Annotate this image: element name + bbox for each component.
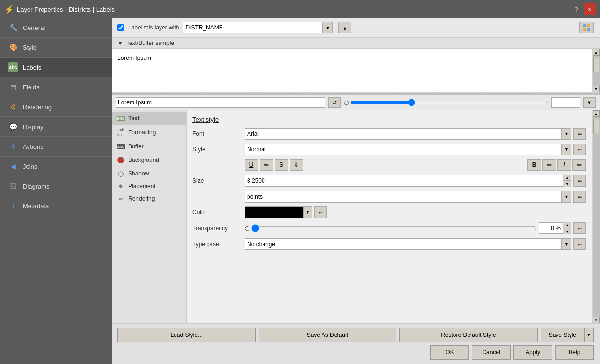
bold-copy-button[interactable]: ⇐ bbox=[542, 159, 556, 171]
left-align-button[interactable]: ⇐ bbox=[260, 159, 273, 171]
units-select-arrow[interactable]: ▼ bbox=[561, 191, 571, 202]
typecase-select-arrow[interactable]: ▼ bbox=[561, 239, 571, 249]
transparency-slider[interactable] bbox=[251, 224, 537, 232]
font-select-arrow[interactable]: ▼ bbox=[561, 129, 571, 139]
transparency-value-group: ▲ ▼ bbox=[539, 222, 571, 234]
subnav-item-placement[interactable]: ❖ Placement bbox=[112, 180, 186, 192]
label-field-arrow[interactable]: ▼ bbox=[322, 22, 332, 33]
load-style-button[interactable]: Load Style... bbox=[117, 328, 256, 342]
metadata-icon: ℹ bbox=[8, 201, 18, 211]
save-style-arrow-button[interactable]: ▼ bbox=[584, 328, 594, 342]
units-select[interactable]: points bbox=[245, 191, 561, 202]
restore-default-button[interactable]: Restore Default Style bbox=[399, 328, 538, 342]
sample-size-slider[interactable] bbox=[351, 99, 549, 106]
joins-icon: ◀ bbox=[8, 161, 18, 171]
sample-scrollbar[interactable]: ▲ ▼ bbox=[592, 49, 600, 92]
close-button[interactable]: × bbox=[584, 3, 596, 15]
apply-button[interactable]: Apply bbox=[513, 345, 552, 360]
italic-copy-button[interactable]: ⇐ bbox=[572, 159, 586, 171]
units-copy-btn[interactable]: ⇐ bbox=[573, 191, 586, 203]
size-up-arrow[interactable]: ▲ bbox=[563, 175, 571, 181]
scroll-thumb[interactable] bbox=[593, 58, 599, 72]
label-layer-checkbox[interactable] bbox=[117, 24, 124, 31]
font-copy-btn[interactable]: ⇐ bbox=[573, 128, 586, 140]
props-panel: Text style Font Arial ▼ bbox=[187, 110, 592, 323]
align-down-button[interactable]: ⇓ bbox=[290, 159, 303, 171]
size-input[interactable] bbox=[245, 175, 563, 187]
typecase-select-wrapper[interactable]: No change ▼ bbox=[245, 238, 571, 250]
bold-button[interactable]: B bbox=[527, 159, 541, 171]
epsilon-button[interactable]: ε bbox=[338, 22, 351, 33]
units-row: points ▼ ⇐ bbox=[192, 191, 586, 203]
subnav-item-buffer[interactable]: abc Buffer bbox=[112, 140, 186, 153]
font-select[interactable]: Arial bbox=[245, 129, 561, 139]
units-select-wrapper[interactable]: points ▼ bbox=[245, 191, 571, 203]
save-style-button[interactable]: Save Style bbox=[541, 328, 584, 342]
sidebar-item-rendering[interactable]: ⚙ Rendering bbox=[0, 97, 112, 117]
transparency-arrows: ▲ ▼ bbox=[563, 222, 571, 234]
color-copy-btn[interactable]: ⇐ bbox=[314, 206, 327, 218]
props-scrollbar[interactable]: ▲ ▼ bbox=[592, 110, 600, 323]
sample-text-bar: ↺ ◯ ▼ bbox=[112, 95, 600, 110]
subnav-item-shadow[interactable]: ◯ Shadow bbox=[112, 167, 186, 180]
label-field-input[interactable] bbox=[183, 22, 322, 33]
style-select-wrapper[interactable]: Normal ▼ bbox=[245, 144, 571, 155]
subnav-item-formatting[interactable]: +ab<c Formatting bbox=[112, 125, 186, 140]
help-bottom-button[interactable]: Help bbox=[555, 345, 594, 360]
scroll-down-arrow[interactable]: ▼ bbox=[593, 86, 600, 92]
lower-panel: abc Text +ab<c Formatting abc Buffer bbox=[112, 110, 600, 323]
typecase-copy-btn[interactable]: ⇐ bbox=[573, 238, 586, 250]
save-style-group: Save Style ▼ bbox=[541, 328, 594, 342]
sidebar-item-metadata[interactable]: ℹ Metadata bbox=[0, 196, 112, 216]
color-swatch[interactable]: ▼ bbox=[245, 206, 312, 218]
sidebar-item-diagrams[interactable]: 🖼 Diagrams bbox=[0, 176, 112, 196]
props-scroll-down[interactable]: ▼ bbox=[593, 317, 600, 323]
italic-button[interactable]: I bbox=[557, 159, 571, 171]
size-down-arrow[interactable]: ▼ bbox=[563, 181, 571, 187]
style-select-arrow[interactable]: ▼ bbox=[561, 144, 571, 155]
ok-button[interactable]: OK bbox=[430, 345, 469, 360]
subnav-item-rendering[interactable]: ✏ Rendering bbox=[112, 192, 186, 205]
sidebar-item-labels[interactable]: abc Labels bbox=[0, 58, 112, 77]
props-area: Text style Font Arial ▼ bbox=[187, 110, 600, 323]
sample-text-input[interactable] bbox=[116, 97, 325, 108]
sidebar-item-display[interactable]: 💬 Display bbox=[0, 117, 112, 137]
transparency-down-arrow[interactable]: ▼ bbox=[563, 228, 571, 234]
strikethrough-button[interactable]: S bbox=[275, 159, 288, 171]
subnav-item-background[interactable]: Background bbox=[112, 153, 186, 167]
sidebar-item-actions[interactable]: ⚙ Actions bbox=[0, 137, 112, 157]
save-as-default-button[interactable]: Save As Default bbox=[259, 328, 397, 342]
label-field-dropdown[interactable]: ▼ bbox=[183, 22, 333, 33]
sidebar-item-fields[interactable]: ▦ Fields bbox=[0, 77, 112, 97]
transparency-copy-btn[interactable]: ⇐ bbox=[573, 222, 586, 234]
app-icon: ⚡ bbox=[4, 5, 14, 14]
props-scroll-thumb[interactable] bbox=[593, 119, 599, 133]
color-arrow[interactable]: ▼ bbox=[303, 207, 312, 218]
sample-header[interactable]: ▼ Text/Buffer sample bbox=[112, 38, 600, 49]
sample-color-arrow[interactable]: ▼ bbox=[583, 97, 596, 108]
typecase-select[interactable]: No change bbox=[245, 239, 561, 249]
style-select[interactable]: Normal bbox=[245, 144, 561, 155]
props-scroll-up[interactable]: ▲ bbox=[593, 110, 600, 117]
transparency-up-arrow[interactable]: ▲ bbox=[563, 222, 571, 228]
diagrams-icon: 🖼 bbox=[8, 181, 18, 191]
cancel-button[interactable]: Cancel bbox=[472, 345, 511, 360]
sidebar-label-style: Style bbox=[23, 44, 37, 51]
sample-reset-btn[interactable]: ↺ bbox=[328, 97, 341, 108]
sidebar-label-joins: Joins bbox=[23, 163, 37, 170]
color-control: ▼ ⇐ bbox=[245, 206, 586, 218]
scroll-up-arrow[interactable]: ▲ bbox=[593, 49, 600, 56]
subnav-label-formatting: Formatting bbox=[128, 129, 156, 136]
underline-button[interactable]: U bbox=[245, 159, 258, 171]
font-select-wrapper[interactable]: Arial ▼ bbox=[245, 128, 571, 140]
transparency-input[interactable] bbox=[539, 222, 563, 234]
style-copy-btn[interactable]: ⇐ bbox=[573, 144, 586, 155]
sidebar-item-style[interactable]: 🎨 Style bbox=[0, 38, 112, 58]
help-button[interactable]: ? bbox=[571, 3, 582, 15]
subnav-item-text[interactable]: abc Text bbox=[112, 112, 186, 125]
size-copy-btn[interactable]: ⇐ bbox=[573, 175, 586, 187]
sidebar-item-general[interactable]: 🔧 General bbox=[0, 18, 112, 38]
grid-options-button[interactable] bbox=[579, 22, 594, 33]
sidebar-item-joins[interactable]: ◀ Joins bbox=[0, 157, 112, 176]
subnav-label-placement: Placement bbox=[128, 183, 156, 189]
